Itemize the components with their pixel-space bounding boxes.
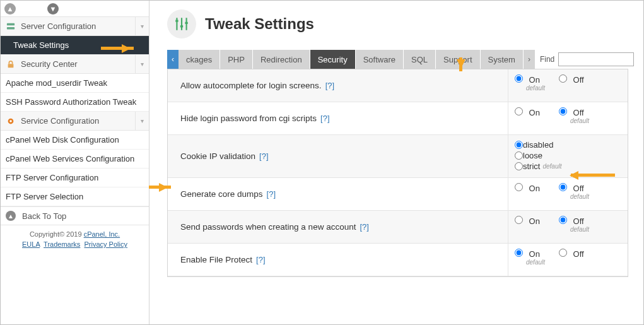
back-to-top[interactable]: ▲ Back To Top — [1, 206, 149, 225]
setting-row: Allow autocomplete for login screens. [?… — [168, 69, 628, 102]
option-off[interactable] — [559, 216, 567, 224]
setting-row: Enable File Protect [?] On Offdefault — [168, 244, 628, 276]
annotation-arrow-down — [459, 57, 462, 71]
setting-label: Generate core dumps [?] — [168, 178, 508, 210]
help-link[interactable]: [?] — [320, 114, 329, 123]
tab-sql[interactable]: SQL — [404, 50, 436, 69]
option-on[interactable] — [515, 216, 523, 224]
annotation-arrow-cookie — [149, 186, 171, 189]
sidebar-item[interactable]: cPanel Web Disk Configuration — [1, 131, 149, 150]
help-link[interactable]: [?] — [259, 151, 268, 161]
sidebar-item-label: Apache mod_userdir Tweak — [6, 78, 107, 88]
sidebar-item-label: SSH Password Authorization Tweak — [6, 97, 136, 107]
find-label: Find — [540, 55, 554, 64]
setting-row: Generate core dumps [?] On Offdefault — [168, 178, 628, 211]
setting-label: Cookie IP validation [?] — [168, 135, 508, 177]
tab-redirection[interactable]: Redirection — [253, 50, 310, 69]
option-off[interactable] — [559, 74, 567, 83]
footer-link-trademarks[interactable]: Trademarks — [44, 240, 80, 248]
collapse-up-icon[interactable]: ▲ — [4, 3, 16, 15]
tab-software[interactable]: Software — [356, 50, 404, 69]
default-indicator: default — [526, 85, 621, 92]
tab-php[interactable]: PHP — [220, 50, 253, 69]
svg-rect-10 — [185, 22, 187, 24]
tab-ckages[interactable]: ckages — [179, 50, 220, 69]
find-input[interactable] — [558, 52, 634, 66]
option-off[interactable] — [559, 183, 567, 191]
footer-link-privacy[interactable]: Privacy Policy — [85, 240, 127, 248]
tabs-scroll-right[interactable]: › — [524, 50, 535, 69]
option-off[interactable] — [559, 107, 567, 115]
gear-icon — [6, 116, 16, 126]
chevron-down-icon: ▾ — [135, 55, 149, 73]
help-link[interactable]: [?] — [256, 255, 265, 264]
setting-options: On Offdefault — [508, 244, 628, 276]
sidebar-item-label: cPanel Web Services Configuration — [6, 154, 134, 163]
setting-row: Send passwords when creating a new accou… — [168, 211, 628, 244]
sidebar-section[interactable]: Service Configuration▾ — [1, 112, 149, 131]
default-indicator: default — [570, 193, 621, 200]
setting-options: On Offdefault — [508, 102, 628, 134]
option-on[interactable] — [515, 183, 523, 191]
back-to-top-label: Back To Top — [22, 211, 66, 221]
copyright-link[interactable]: cPanel, Inc. — [84, 230, 120, 238]
find-wrap: Find — [540, 52, 634, 66]
sidebar-item-label: FTP Server Configuration — [6, 173, 98, 182]
lock-icon — [6, 59, 16, 69]
chevron-down-icon: ▾ — [135, 17, 149, 35]
sidebar-section-label: Security Center — [21, 59, 78, 69]
help-link[interactable]: [?] — [360, 222, 368, 232]
tab-bar: ‹ ckagesPHPRedirectionSecuritySoftwareSQ… — [167, 50, 643, 69]
svg-point-4 — [9, 120, 12, 122]
option-on[interactable] — [515, 249, 523, 257]
svg-rect-0 — [7, 23, 15, 25]
setting-label: Hide login password from cgi scripts [?] — [168, 102, 508, 134]
settings-panel: Allow autocomplete for login screens. [?… — [167, 69, 628, 277]
sidebar-section-label: Server Configuration — [21, 21, 96, 31]
server-icon — [6, 21, 16, 32]
default-indicator: default — [526, 259, 621, 266]
page-header: Tweak Settings — [149, 1, 643, 50]
option-disabled[interactable] — [515, 141, 523, 149]
sidebar-section[interactable]: Security Center▾ — [1, 55, 149, 74]
help-link[interactable]: [?] — [267, 189, 276, 199]
svg-rect-9 — [180, 25, 183, 27]
setting-label: Enable File Protect [?] — [168, 244, 508, 276]
option-on[interactable] — [515, 107, 523, 115]
sidebar-item[interactable]: FTP Server Configuration — [1, 168, 149, 187]
default-indicator: default — [570, 117, 621, 124]
help-link[interactable]: [?] — [325, 81, 334, 90]
option-strict[interactable] — [515, 162, 523, 170]
annotation-arrow-disabled — [571, 174, 615, 177]
setting-label: Send passwords when creating a new accou… — [168, 211, 508, 243]
arrow-up-icon: ▲ — [6, 211, 16, 221]
setting-row: Cookie IP validation [?] disabled loose … — [168, 135, 628, 178]
tab-security[interactable]: Security — [310, 50, 356, 69]
sidebar-item[interactable]: FTP Server Selection — [1, 187, 149, 206]
option-on[interactable] — [515, 74, 523, 83]
tabs-scroll-left[interactable]: ‹ — [167, 50, 179, 69]
sidebar-item-label: cPanel Web Disk Configuration — [6, 135, 119, 145]
sidebar-item[interactable]: SSH Password Authorization Tweak — [1, 93, 149, 112]
collapse-down-icon[interactable]: ▼ — [47, 3, 59, 15]
option-off[interactable] — [559, 249, 567, 257]
setting-row: Hide login password from cgi scripts [?]… — [168, 102, 628, 135]
main-content: Tweak Settings ‹ ckagesPHPRedirectionSec… — [149, 1, 643, 324]
default-indicator: default — [570, 226, 621, 233]
sidebar-section[interactable]: Server Configuration▾ — [1, 17, 149, 36]
sidebar-item-label: FTP Server Selection — [6, 192, 83, 201]
setting-label: Allow autocomplete for login screens. [?… — [168, 69, 508, 102]
chevron-down-icon: ▾ — [135, 112, 149, 130]
svg-rect-8 — [175, 20, 178, 22]
footer-link-eula[interactable]: EULA — [22, 240, 40, 248]
sidebar-top-controls: ▲ ▼ — [1, 1, 149, 17]
sidebar-item[interactable]: cPanel Web Services Configuration — [1, 150, 149, 168]
tab-system[interactable]: System — [481, 50, 524, 69]
sidebar-item[interactable]: Apache mod_userdir Tweak — [1, 74, 149, 93]
option-loose[interactable] — [515, 151, 523, 160]
sidebar-footer: Copyright© 2019 cPanel, Inc. EULA Tradem… — [1, 225, 149, 253]
default-indicator: default — [542, 163, 561, 170]
setting-options: On Offdefault — [508, 178, 628, 210]
svg-rect-2 — [8, 64, 14, 68]
setting-options: disabled loose strict default — [508, 135, 628, 177]
